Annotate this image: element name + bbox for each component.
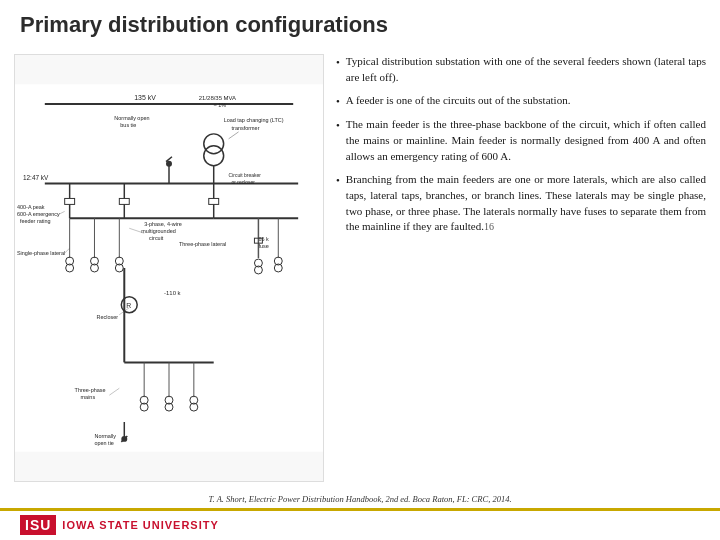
bullet-dot-1: • (336, 55, 340, 71)
citation-text: T. A. Short, Electric Power Distribution… (208, 494, 511, 504)
bullet-dot-4: • (336, 173, 340, 189)
text-area: • Typical distribution substation with o… (336, 54, 706, 482)
slide-number: 16 (484, 221, 494, 232)
svg-text:or recloser: or recloser (232, 180, 256, 185)
svg-text:-110 k: -110 k (164, 290, 181, 296)
bullet-text-2: A feeder is one of the circuits out of t… (346, 93, 571, 109)
svg-text:Three-phase lateral: Three-phase lateral (179, 241, 226, 247)
distribution-diagram: 135 kV 21/28/35 MVA ≈ 1% Load tap changi… (15, 55, 323, 481)
svg-text:Circuit breaker: Circuit breaker (229, 173, 262, 178)
diagram-area: 135 kV 21/28/35 MVA ≈ 1% Load tap changi… (14, 54, 324, 482)
svg-text:135 kV: 135 kV (134, 94, 156, 101)
svg-text:Normally open: Normally open (114, 115, 149, 121)
svg-text:3-phase, 4-wire: 3-phase, 4-wire (144, 221, 182, 227)
bottom-bar: ISU IOWA STATE UNIVERSITY (0, 508, 720, 540)
svg-text:feeder rating: feeder rating (20, 218, 51, 224)
svg-text:65 k: 65 k (258, 236, 269, 242)
bullet-3: • The main feeder is the three-phase bac… (336, 117, 706, 165)
bullet-text-4: Branching from the main feeders are one … (346, 172, 706, 236)
page-title: Primary distribution configurations (20, 12, 388, 37)
bullet-4: • Branching from the main feeders are on… (336, 172, 706, 236)
isu-logo-box: ISU (20, 515, 56, 535)
bullet-dot-2: • (336, 94, 340, 110)
svg-text:Recloser: Recloser (96, 314, 118, 320)
svg-text:600-A emergency: 600-A emergency (17, 211, 60, 217)
svg-text:21/28/35 MVA: 21/28/35 MVA (199, 95, 236, 101)
slide-container: Primary distribution configurations 135 … (0, 0, 720, 540)
bullet-dot-3: • (336, 118, 340, 134)
svg-text:≈ 1%: ≈ 1% (214, 102, 227, 108)
svg-text:multigrounded: multigrounded (141, 228, 176, 234)
svg-text:Single-phase lateral: Single-phase lateral (17, 250, 65, 256)
content-area: 135 kV 21/28/35 MVA ≈ 1% Load tap changi… (0, 46, 720, 486)
bullet-2: • A feeder is one of the circuits out of… (336, 93, 706, 110)
svg-text:circuit: circuit (149, 235, 164, 241)
svg-text:R: R (126, 302, 131, 309)
isu-logo: ISU IOWA STATE UNIVERSITY (20, 515, 219, 535)
svg-text:mains: mains (81, 394, 96, 400)
svg-text:12:47 kV: 12:47 kV (23, 174, 49, 181)
svg-text:bus tie: bus tie (120, 122, 136, 128)
svg-text:Load tap changing (LTC): Load tap changing (LTC) (224, 117, 284, 123)
bullet-text-1: Typical distribution substation with one… (346, 54, 706, 86)
svg-text:Three-phase: Three-phase (75, 387, 106, 393)
svg-text:400-A peak: 400-A peak (17, 204, 45, 210)
bullet-1: • Typical distribution substation with o… (336, 54, 706, 86)
svg-text:open tie: open tie (94, 440, 113, 446)
svg-text:fuse: fuse (258, 243, 268, 249)
title-bar: Primary distribution configurations (0, 0, 720, 46)
bullet-text-3: The main feeder is the three-phase backb… (346, 117, 706, 165)
svg-text:Normally: Normally (94, 433, 116, 439)
citation-bar: T. A. Short, Electric Power Distribution… (0, 486, 720, 508)
svg-text:transformer: transformer (232, 125, 260, 131)
isu-name: IOWA STATE UNIVERSITY (62, 519, 218, 531)
